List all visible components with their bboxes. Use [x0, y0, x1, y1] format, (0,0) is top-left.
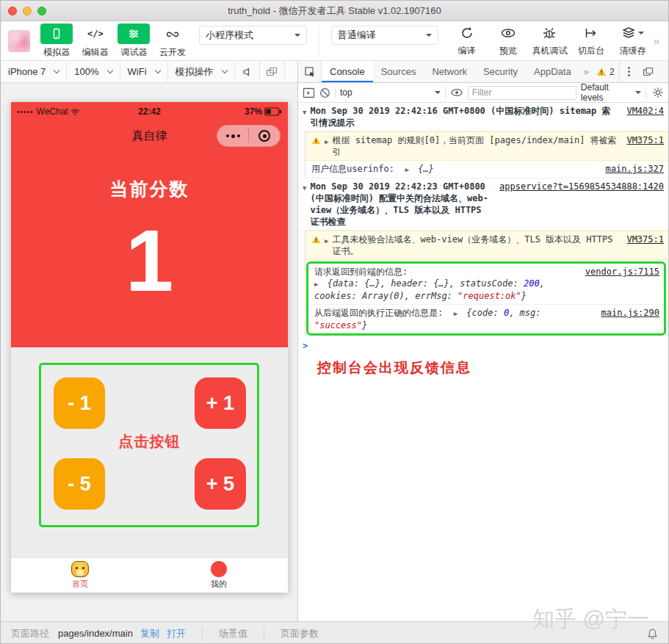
console-toolbar: top Default levels — [298, 83, 668, 103]
float-window-button[interactable] — [260, 61, 285, 82]
log-levels-select[interactable]: Default levels — [581, 82, 641, 103]
source-link[interactable]: VM375:1 — [626, 234, 664, 245]
simulator-toggle-button[interactable]: 模拟器 — [37, 23, 76, 59]
compile-mode-select[interactable]: 普通编译 — [331, 26, 439, 45]
network-select[interactable]: WiFi — [120, 61, 168, 82]
source-link[interactable]: VM375:1 — [626, 134, 664, 146]
console-log-row[interactable]: 用户信息userinfo: ▶ {…} main.js:327 — [305, 161, 668, 178]
tabs-overflow-button[interactable]: » — [579, 61, 592, 82]
warning-icon — [311, 136, 321, 145]
source-link[interactable]: vendor.js:7115 — [585, 266, 659, 278]
device-select[interactable]: iPhone 7 — [1, 61, 67, 82]
warnings-badge[interactable]: 2 — [592, 61, 620, 82]
console-settings-button[interactable] — [652, 87, 664, 98]
log-text: 用户信息userinfo: ▶ {…} — [311, 163, 599, 176]
console-log: ▼ Mon Sep 30 2019 22:42:16 GMT+0800 (中国标… — [298, 103, 668, 621]
chevron-down-icon — [638, 32, 644, 37]
debugger-button-label: 调试器 — [120, 46, 147, 59]
context-select[interactable]: top — [340, 87, 441, 98]
tab-network[interactable]: Network — [424, 61, 475, 82]
minus-five-button[interactable]: - 5 — [54, 458, 105, 510]
log-text: Mon Sep 30 2019 22:42:16 GMT+0800 (中国标准时… — [310, 105, 619, 129]
console-group-header[interactable]: ▼ Mon Sep 30 2019 22:42:16 GMT+0800 (中国标… — [298, 103, 668, 131]
simulator-toolbar: iPhone 7 100% WiFi 模拟操作 — [1, 61, 297, 83]
more-menu-button[interactable] — [217, 134, 248, 138]
capsule-menu — [217, 125, 281, 147]
simulator-panel: iPhone 7 100% WiFi 模拟操作 — [1, 61, 298, 621]
log-text: 工具未校验合法域名、web-view（业务域名）、TLS 版本以及 HTTPS … — [332, 234, 619, 257]
context-select-value: top — [340, 87, 352, 98]
tab-console[interactable]: Console — [322, 61, 373, 82]
notification-bell-button[interactable] — [647, 628, 658, 640]
console-warning-row[interactable]: ▶ 工具未校验合法域名、web-view（业务域名）、TLS 版本以及 HTTP… — [305, 231, 668, 260]
tab-sources[interactable]: Sources — [373, 61, 424, 82]
source-link[interactable]: appservice?t=1569854534888:1420 — [499, 181, 664, 192]
console-filter-input[interactable] — [468, 86, 576, 100]
plus-five-button[interactable]: + 5 — [195, 458, 246, 510]
debugger-toggle-button[interactable]: 调试器 — [115, 23, 153, 59]
simulate-actions-label: 模拟操作 — [176, 65, 214, 79]
remote-debug-button[interactable]: 真机调试 — [529, 24, 570, 57]
title-bar: truth_hold - 微信开发者工具 Stable v1.02.190716… — [1, 1, 668, 21]
expand-arrow-icon: ▶ — [405, 166, 408, 173]
cloud-dev-button-label: 云开发 — [159, 46, 186, 59]
sliders-icon — [127, 27, 140, 40]
cloud-dev-button[interactable]: 云开发 — [153, 23, 192, 59]
source-link[interactable]: main.js:327 — [606, 163, 664, 175]
page-params-button[interactable]: 页面参数 — [281, 627, 319, 640]
bug-icon — [541, 26, 557, 40]
switch-background-button[interactable]: 切后台 — [571, 24, 612, 57]
inspect-element-button[interactable] — [298, 61, 322, 82]
zoom-select[interactable]: 100% — [67, 61, 120, 82]
clear-cache-button[interactable]: 清缓存 — [612, 24, 653, 57]
status-bar: 页面路径 pages/index/main 复制 打开 场景值 页面参数 — [1, 621, 668, 644]
live-expression-eye-button[interactable] — [450, 87, 463, 98]
console-prompt[interactable]: > — [298, 337, 668, 355]
compile-button-label: 编译 — [458, 45, 476, 57]
score-value: 1 — [11, 217, 288, 304]
console-warning-row[interactable]: ▶ 根据 sitemap 的规则[0]，当前页面 [pages/index/ma… — [305, 131, 668, 161]
tab-home[interactable]: 首页 — [11, 558, 150, 593]
tab-mine[interactable]: 我的 — [150, 558, 289, 593]
tab-appdata[interactable]: AppData — [526, 61, 579, 82]
remote-debug-button-label: 真机调试 — [532, 45, 567, 57]
close-miniprogram-button[interactable] — [249, 130, 280, 142]
log-text: 请求返回到前端的信息: ▶ {data: {…}, header: {…}, s… — [314, 266, 578, 302]
mute-button[interactable] — [235, 61, 260, 82]
editor-toggle-button[interactable]: </> 编辑器 — [76, 23, 115, 59]
log-text: Mon Sep 30 2019 22:42:23 GMT+0800 (中国标准时… — [310, 181, 492, 228]
undock-button[interactable] — [639, 61, 658, 82]
user-avatar[interactable] — [8, 30, 30, 52]
console-log-row[interactable]: 从后端返回的执行正确的信息是: ▶ {code: 0, msg: "succes… — [308, 305, 664, 333]
scene-value-button[interactable]: 场景值 — [219, 627, 247, 640]
preview-button-label: 预览 — [499, 45, 517, 57]
tab-security[interactable]: Security — [475, 61, 526, 82]
console-sidebar-toggle[interactable] — [303, 87, 315, 98]
console-log-row[interactable]: 请求返回到前端的信息: ▶ {data: {…}, header: {…}, s… — [308, 264, 664, 305]
undock-icon — [643, 67, 654, 76]
source-link[interactable]: VM402:4 — [626, 105, 664, 117]
log-text: 从后端返回的执行正确的信息是: ▶ {code: 0, msg: "succes… — [314, 307, 594, 331]
window-title: truth_hold - 微信开发者工具 Stable v1.02.190716… — [1, 4, 668, 18]
open-path-link[interactable]: 打开 — [167, 627, 186, 640]
preview-button[interactable]: 预览 — [488, 24, 529, 57]
compile-button[interactable]: 编译 — [446, 24, 487, 57]
chevron-down-icon — [426, 34, 432, 40]
clock-label: 22:42 — [11, 106, 288, 117]
bell-icon — [647, 628, 658, 640]
copy-path-link[interactable]: 复制 — [140, 627, 159, 640]
mode-select[interactable]: 小程序模式 — [199, 26, 307, 45]
plus-one-button[interactable]: + 1 — [195, 377, 246, 429]
minus-one-button[interactable]: - 1 — [54, 377, 105, 429]
source-link[interactable]: main.js:290 — [601, 307, 659, 319]
network-select-value: WiFi — [128, 66, 147, 77]
mine-tab-label: 我的 — [211, 579, 227, 590]
page-title: 真自律 — [132, 129, 167, 144]
console-group-header[interactable]: ▼ Mon Sep 30 2019 22:42:23 GMT+0800 (中国标… — [298, 178, 668, 231]
toolbar-divider — [335, 87, 336, 98]
path-label: 页面路径 — [11, 627, 49, 640]
toolbar-overflow-button[interactable]: » — [654, 35, 661, 47]
simulate-actions-menu[interactable]: 模拟操作 — [168, 61, 235, 82]
clear-console-button[interactable] — [319, 87, 330, 98]
devtools-menu-button[interactable] — [620, 61, 639, 82]
